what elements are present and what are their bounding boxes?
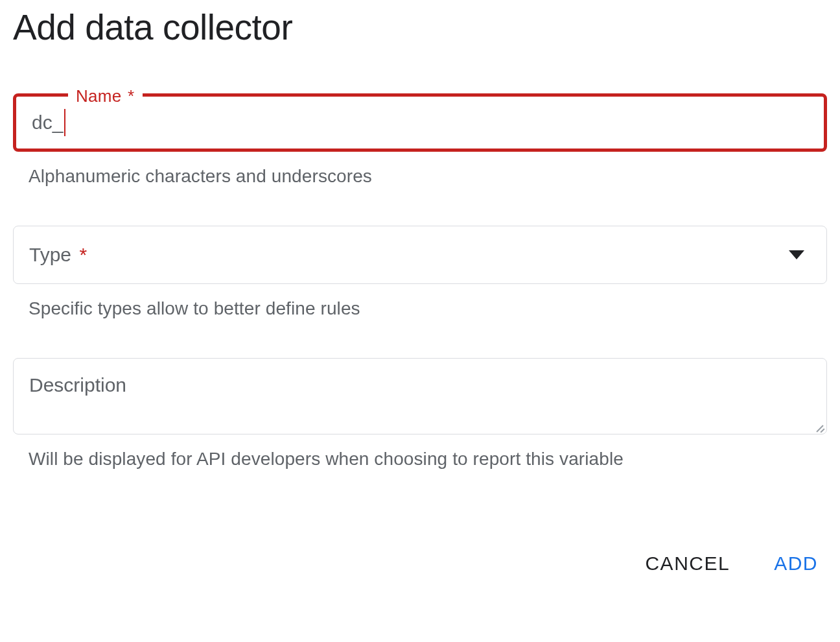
name-label-text: Name: [76, 86, 122, 106]
dialog-actions: CANCEL ADD: [13, 547, 827, 580]
name-label: Name *: [68, 86, 143, 106]
type-label-text: Type: [29, 244, 71, 265]
description-textarea[interactable]: Description: [13, 358, 827, 434]
dialog-title: Add data collector: [13, 6, 827, 48]
required-asterisk: *: [79, 244, 87, 265]
resize-handle-icon[interactable]: [812, 420, 825, 433]
required-asterisk: *: [128, 86, 134, 106]
type-helper-text: Specific types allow to better define ru…: [29, 298, 827, 319]
name-input-container[interactable]: Name * dc_: [13, 93, 827, 152]
description-field-group: Description Will be displayed for API de…: [13, 358, 827, 470]
name-prefix: dc_: [32, 112, 63, 134]
description-placeholder: Description: [29, 374, 126, 396]
add-button[interactable]: ADD: [771, 547, 821, 580]
type-placeholder: Type *: [29, 244, 87, 266]
name-field-group: Name * dc_ Alphanumeric characters and u…: [13, 93, 827, 187]
type-select[interactable]: Type *: [13, 226, 827, 284]
chevron-down-icon: [789, 250, 804, 259]
name-helper-text: Alphanumeric characters and underscores: [29, 166, 827, 187]
description-helper-text: Will be displayed for API developers whe…: [29, 449, 827, 470]
type-field-group: Type * Specific types allow to better de…: [13, 226, 827, 319]
cancel-button[interactable]: CANCEL: [642, 547, 732, 580]
name-input[interactable]: [65, 106, 808, 139]
